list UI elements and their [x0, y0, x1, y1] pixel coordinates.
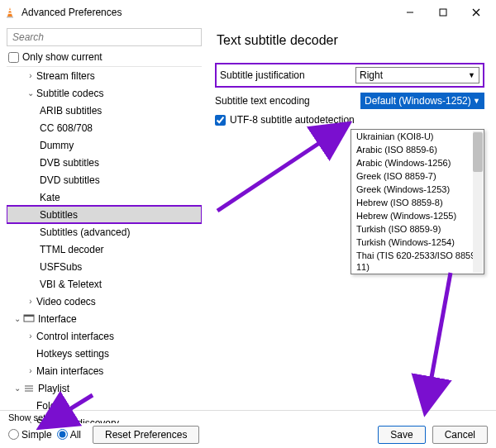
tree-item-subtitles-adv[interactable]: Subtitles (advanced)	[7, 223, 202, 241]
justification-row: Subtitle justification Right ▼	[215, 63, 484, 88]
svg-marker-0	[7, 7, 12, 17]
encoding-option[interactable]: Thai (TIS 620-2533/ISO 8859-11)	[351, 249, 484, 274]
close-button[interactable]	[460, 1, 493, 24]
playlist-icon	[23, 384, 35, 393]
encoding-option[interactable]: Turkish (ISO 8859-9)	[351, 222, 484, 236]
tree-item-subtitle-codecs[interactable]: ⌄Subtitle codecs	[7, 84, 202, 102]
tree-item-vbi[interactable]: VBI & Teletext	[7, 275, 202, 293]
vlc-icon	[3, 6, 17, 19]
tree-item-kate[interactable]: Kate	[7, 188, 202, 206]
cancel-button[interactable]: Cancel	[432, 426, 488, 444]
encoding-option[interactable]: Greek (Windows-1253)	[351, 183, 484, 196]
encoding-option[interactable]: Hebrew (ISO 8859-8)	[351, 196, 484, 209]
footer: Show settings Simple All Reset Preferenc…	[0, 410, 496, 448]
tree-item-subtitles[interactable]: Subtitles	[7, 206, 202, 223]
right-pane: Text subtitle decoder Subtitle justifica…	[205, 25, 496, 423]
minimize-button[interactable]	[393, 1, 427, 24]
encoding-select[interactable]: Default (Windows-1252) ▼	[360, 93, 484, 109]
panel-heading: Text subtitle decoder	[217, 33, 484, 48]
encoding-option[interactable]: Turkish (Windows-1254)	[351, 236, 484, 249]
tree-item-video-codecs[interactable]: ›Video codecs	[7, 293, 202, 310]
tree-item-control-ifaces[interactable]: ›Control interfaces	[7, 327, 202, 345]
settings-tree[interactable]: ›Stream filters ⌄Subtitle codecs ARIB su…	[7, 66, 202, 423]
show-settings-radios: Simple All Reset Preferences	[8, 426, 199, 444]
tree-item-dvb[interactable]: DVB subtitles	[7, 154, 202, 171]
tree-item-ttml[interactable]: TTML decoder	[7, 241, 202, 258]
tree-item-dvd[interactable]: DVD subtitles	[7, 171, 202, 188]
encoding-option[interactable]: Ukrainian (KOI8-U)	[351, 130, 484, 143]
tree-item-playlist[interactable]: ⌄Playlist	[7, 379, 202, 397]
encoding-option[interactable]: Greek (ISO 8859-7)	[351, 169, 484, 183]
svg-rect-2	[9, 10, 12, 11]
svg-rect-1	[7, 17, 13, 18]
left-pane: Only show current ›Stream filters ⌄Subti…	[0, 25, 205, 423]
encoding-option[interactable]: Arabic (ISO 8859-6)	[351, 143, 484, 156]
tree-item-usfsubs[interactable]: USFSubs	[7, 258, 202, 275]
titlebar: Advanced Preferences	[0, 0, 496, 25]
encoding-option[interactable]: Arabic (Windows-1256)	[351, 156, 484, 169]
reset-preferences-button[interactable]: Reset Preferences	[93, 426, 199, 444]
only-show-current-label: Only show current	[22, 51, 103, 63]
tree-item-stream-filters[interactable]: ›Stream filters	[7, 67, 202, 84]
tree-item-arib[interactable]: ARIB subtitles	[7, 102, 202, 119]
justification-label: Subtitle justification	[220, 69, 355, 81]
show-settings-label: Show settings	[8, 412, 64, 422]
svg-rect-5	[440, 9, 446, 16]
encoding-option[interactable]: Hebrew (Windows-1255)	[351, 209, 484, 222]
encoding-row: Subtitle text encoding Default (Windows-…	[215, 93, 484, 109]
svg-rect-3	[8, 13, 12, 14]
only-show-current-checkbox[interactable]	[8, 52, 19, 63]
window-title: Advanced Preferences	[21, 7, 393, 18]
all-radio[interactable]: All	[57, 429, 81, 441]
tree-item-hotkeys[interactable]: ›Hotkeys settings	[7, 345, 202, 362]
chevron-down-icon: ▼	[468, 71, 475, 79]
dropdown-scrollbar[interactable]	[473, 131, 483, 273]
utf8-label: UTF-8 subtitle autodetection	[230, 114, 355, 126]
tree-item-dummy[interactable]: Dummy	[7, 136, 202, 154]
justification-select[interactable]: Right ▼	[355, 67, 479, 83]
tree-item-interface[interactable]: ⌄Interface	[7, 310, 202, 327]
interface-icon	[23, 314, 35, 324]
svg-rect-9	[24, 315, 34, 317]
encoding-dropdown[interactable]: Ukrainian (KOI8-U) Arabic (ISO 8859-6) A…	[351, 129, 484, 274]
tree-item-main-ifaces[interactable]: ›Main interfaces	[7, 362, 202, 379]
simple-radio[interactable]: Simple	[8, 429, 52, 441]
tree-item-cc608[interactable]: CC 608/708	[7, 119, 202, 136]
chevron-down-icon: ▼	[473, 97, 480, 105]
utf8-checkbox[interactable]	[215, 115, 226, 126]
encoding-label: Subtitle text encoding	[215, 95, 360, 107]
save-button[interactable]: Save	[378, 426, 425, 444]
maximize-button[interactable]	[427, 1, 460, 24]
utf8-row: UTF-8 subtitle autodetection	[215, 114, 484, 126]
search-input[interactable]	[7, 28, 202, 46]
